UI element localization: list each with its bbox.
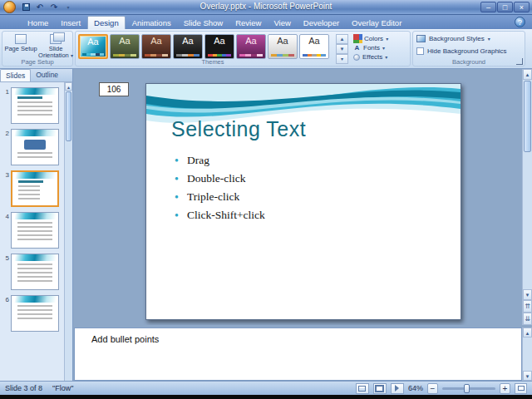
zoom-slider[interactable] xyxy=(442,387,495,390)
slide-number-overlay[interactable]: 106 xyxy=(99,82,129,96)
bullet-item[interactable]: Triple-click xyxy=(175,190,265,204)
theme-thumbnail[interactable]: Aa xyxy=(173,34,203,59)
scroll-up-icon[interactable]: ▲ xyxy=(65,82,72,91)
theme-thumbnail[interactable]: Aa xyxy=(110,34,140,59)
thumb-line xyxy=(17,268,52,269)
thumb-line xyxy=(18,180,43,183)
tab-developer[interactable]: Developer xyxy=(298,17,345,29)
background-dialog-launcher[interactable] xyxy=(516,58,523,65)
maximize-button[interactable]: □ xyxy=(497,2,513,12)
main-vertical-scrollbar[interactable]: ▲ ▼ ⇈ ⇊ xyxy=(522,69,532,325)
theme-options: Colors ▾ A Fonts ▾ Effects ▾ xyxy=(352,33,410,62)
zoom-out-button[interactable]: − xyxy=(427,383,438,394)
theme-thumbnail[interactable]: Aa xyxy=(268,34,298,59)
bullet-item[interactable]: Drag xyxy=(175,154,265,167)
slide-thumbnail-1[interactable]: 1 xyxy=(2,87,62,124)
slides-pane-scrollbar[interactable]: ▲ xyxy=(64,82,72,381)
scrollbar-thumb[interactable] xyxy=(524,81,531,152)
window-title: Overlay.pptx - Microsoft PowerPoint xyxy=(0,2,532,11)
pane-tabs: Slides Outline xyxy=(0,69,72,82)
slide-thumbnail-image xyxy=(11,87,59,124)
minimize-button[interactable]: – xyxy=(480,2,496,12)
thumb-line xyxy=(17,114,52,116)
slide-thumbnail-2[interactable]: 2 xyxy=(2,129,62,165)
zoom-slider-thumb[interactable] xyxy=(464,384,470,393)
slide-thumbnail-4[interactable]: 4 xyxy=(2,212,62,249)
page-setup-icon xyxy=(15,34,27,44)
notes-scrollbar[interactable]: ▲ ▼ xyxy=(522,328,532,381)
thumb-wave xyxy=(12,296,58,303)
slide-show-button[interactable] xyxy=(391,383,404,394)
bullet-item[interactable]: Double-click xyxy=(175,172,265,185)
powerpoint-window: ↶ ↷ ▾ Overlay.pptx - Microsoft PowerPoin… xyxy=(0,0,532,399)
slide-bullet-list[interactable]: Drag Double-click Triple-click Click-Shi… xyxy=(175,154,265,227)
slide-show-icon xyxy=(395,385,399,392)
tab-view[interactable]: View xyxy=(268,17,296,29)
tab-slide-show[interactable]: Slide Show xyxy=(178,17,229,29)
slide[interactable]: Selecting Text Drag Double-click Triple-… xyxy=(145,83,461,320)
theme-thumbnail-flow[interactable]: Aa xyxy=(78,34,108,59)
tab-design[interactable]: Design xyxy=(87,16,126,29)
tab-outline[interactable]: Outline xyxy=(31,69,63,81)
effects-button[interactable]: Effects ▾ xyxy=(352,52,410,62)
scroll-down-button[interactable]: ▼ xyxy=(523,371,532,381)
theme-thumbnail[interactable]: Aa xyxy=(204,34,234,59)
bullet-item[interactable]: Click-Shift+click xyxy=(175,209,265,222)
tab-animations[interactable]: Animations xyxy=(126,17,177,29)
tab-insert[interactable]: Insert xyxy=(55,17,86,29)
next-slide-button[interactable]: ⇊ xyxy=(523,313,532,325)
theme-thumbnail[interactable]: Aa xyxy=(236,34,266,59)
theme-color-strip xyxy=(176,54,200,57)
normal-view-button[interactable] xyxy=(356,383,369,394)
thumb-line xyxy=(17,96,42,99)
notes-pane[interactable]: Add bullet points xyxy=(74,328,522,381)
colors-button[interactable]: Colors ▾ xyxy=(352,33,410,43)
slide-canvas[interactable]: 106 Selecting Text Drag Double-click Tri… xyxy=(74,69,522,325)
zoom-in-button[interactable]: + xyxy=(500,383,510,394)
fit-to-window-button[interactable] xyxy=(515,383,527,394)
scroll-up-button[interactable]: ▲ xyxy=(523,328,532,337)
background-styles-button[interactable]: Background Styles ▾ xyxy=(416,35,490,42)
slide-orientation-icon xyxy=(50,34,62,44)
thumb-line xyxy=(17,309,52,311)
tab-overlay-editor[interactable]: Overlay Editor xyxy=(346,17,407,29)
slide-thumbnail-5[interactable]: 5 xyxy=(2,254,62,290)
page-setup-label: Page Setup xyxy=(4,45,37,52)
close-button[interactable]: × xyxy=(514,2,530,12)
tab-slides[interactable]: Slides xyxy=(0,69,31,81)
background-group: Background Styles ▾ Hide Background Grap… xyxy=(412,31,525,66)
themes-group-label: Themes xyxy=(76,58,350,66)
slide-sorter-button[interactable] xyxy=(373,383,387,394)
slide-thumbnail-3[interactable]: 3 xyxy=(2,170,62,207)
gallery-scroll-up-button[interactable]: ▲ xyxy=(336,34,348,44)
colors-icon xyxy=(353,34,359,40)
hide-background-graphics-option[interactable]: Hide Background Graphics xyxy=(416,47,507,55)
gallery-scroll-down-button[interactable]: ▼ xyxy=(336,44,348,54)
page-setup-group: Page Setup Slide Orientation ▾ Page Setu… xyxy=(2,31,73,66)
scroll-up-button[interactable]: ▲ xyxy=(523,69,532,80)
scroll-down-button[interactable]: ▼ xyxy=(523,289,532,300)
tab-review[interactable]: Review xyxy=(229,17,267,29)
thumb-line xyxy=(17,234,52,236)
slide-title[interactable]: Selecting Text xyxy=(171,117,306,141)
hide-background-graphics-checkbox[interactable] xyxy=(416,47,424,55)
tab-home[interactable]: Home xyxy=(22,17,54,29)
theme-color-strip xyxy=(113,54,136,57)
colors-label: Colors xyxy=(364,35,383,42)
thumb-line xyxy=(17,156,52,158)
scrollbar-thumb[interactable] xyxy=(66,91,71,141)
slide-thumbnail-image xyxy=(11,170,59,207)
slide-thumbnail-6[interactable]: 6 xyxy=(2,295,62,332)
theme-thumb-label: Aa xyxy=(87,37,98,47)
theme-thumbnail[interactable]: Aa xyxy=(299,34,329,59)
theme-thumbnail[interactable]: Aa xyxy=(141,34,171,59)
fonts-button[interactable]: A Fonts ▾ xyxy=(352,43,410,52)
previous-slide-button[interactable]: ⇈ xyxy=(523,300,532,313)
help-button[interactable]: ? xyxy=(515,17,525,27)
thumb-wave xyxy=(12,130,58,136)
page-setup-button[interactable]: Page Setup xyxy=(3,33,38,59)
slide-orientation-button[interactable]: Slide Orientation ▾ xyxy=(38,33,73,59)
taskbar-strip xyxy=(0,395,532,399)
thumb-wave xyxy=(12,213,58,219)
hide-background-graphics-label: Hide Background Graphics xyxy=(427,47,507,55)
